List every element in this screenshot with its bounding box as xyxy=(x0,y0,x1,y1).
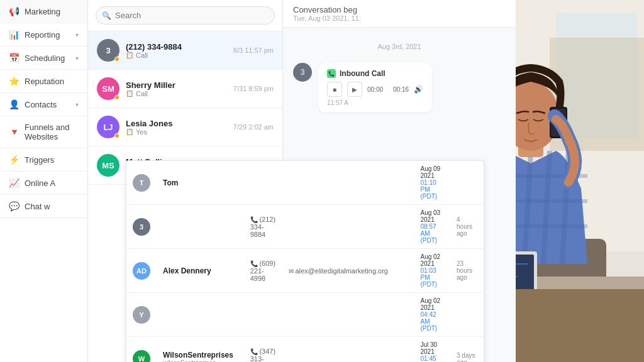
contact-avatar: AD xyxy=(133,262,150,280)
avatar: LJ xyxy=(97,116,119,138)
contact-name-cell xyxy=(157,205,244,249)
audio-current-time: 00:00 xyxy=(367,86,383,93)
contact-email-cell xyxy=(282,337,414,363)
contact-ago-cell: 23 hours ago xyxy=(450,249,484,293)
contact-email-cell xyxy=(282,161,414,205)
contact-ago: 4 hours ago xyxy=(457,216,477,237)
message-content: 📞 Inbound Call ■ ▶ 00:00 00:16 🔊 11:57 A xyxy=(318,63,432,112)
search-input[interactable] xyxy=(96,6,275,25)
sidebar-item-label: Chat w xyxy=(25,202,79,211)
conversation-messages: Aug 3rd, 2021 3 📞 Inbound Call ■ ▶ 00:00… xyxy=(283,28,516,123)
sidebar-item-contacts[interactable]: 👤 Contacts ▾ xyxy=(0,93,87,116)
contact-phone-cell: (347) 313-4080 xyxy=(244,337,282,363)
sidebar-item-label: Marketing xyxy=(25,7,79,16)
sidebar: 📢 Marketing 📊 Reporting ▾ 📅 Scheduling ▾… xyxy=(0,0,88,362)
conversation-item[interactable]: LJ Lesia Jones 📋 Yes 7/29 2:02 am xyxy=(88,108,282,146)
sidebar-item-label: Reputation xyxy=(25,77,79,86)
table-row[interactable]: W WilsonSentreprises wilsonSentreprises … xyxy=(126,337,484,363)
sidebar-item-chat[interactable]: 💬 Chat w xyxy=(0,195,87,218)
online-indicator xyxy=(114,57,119,62)
contacts-table-panel: T Tom Aug 09 2021 01:10 PM (PDT) 3 (212)… xyxy=(126,160,484,362)
contact-date: Aug 09 2021 xyxy=(420,165,444,179)
contacts-table-body: T Tom Aug 09 2021 01:10 PM (PDT) 3 (212)… xyxy=(126,161,484,362)
contact-avatar: Y xyxy=(133,306,150,324)
play-button[interactable]: ▶ xyxy=(347,82,362,97)
table-row[interactable]: 3 (212) 334-9884 Aug 03 2021 08:57 AM (P… xyxy=(126,205,484,249)
contact-avatar: 3 xyxy=(133,218,150,236)
sidebar-item-label: Reporting xyxy=(25,30,75,40)
contact-date-cell: Aug 02 2021 04:42 AM (PDT) xyxy=(414,293,450,337)
table-row[interactable]: AD Alex Dennery (609) 221-4998 alex@elit… xyxy=(126,249,484,293)
contact-date: Aug 02 2021 xyxy=(420,297,444,311)
contact-avatar-cell: W xyxy=(126,337,157,363)
conversation-info: Sherry Miller 📋 Call xyxy=(126,80,233,97)
contact-name-cell xyxy=(157,293,244,337)
contact-email: alex@elitedigitalmarketing.org xyxy=(289,267,388,275)
contact-name-cell: WilsonSentreprises wilsonSentreprises xyxy=(157,337,244,363)
audio-total-time: 00:16 xyxy=(393,86,409,93)
stop-button[interactable]: ■ xyxy=(327,82,342,97)
contact-ago: 3 days ago xyxy=(457,352,477,363)
contact-date: Aug 02 2021 xyxy=(420,253,444,267)
contact-company: wilsonSentreprises xyxy=(163,359,238,362)
contact-date-cell: Aug 02 2021 01:03 PM (PDT) xyxy=(414,249,450,293)
message-avatar: 3 xyxy=(293,63,312,82)
contact-avatar-cell: 3 xyxy=(126,205,157,249)
sidebar-item-scheduling[interactable]: 📅 Scheduling ▾ xyxy=(0,47,87,70)
message-timestamp: 11:57 A xyxy=(327,99,423,106)
contact-date-sub: 01:03 PM (PDT) xyxy=(420,267,444,288)
search-wrapper: 🔍 xyxy=(96,6,275,25)
conversation-name: Lesia Jones xyxy=(126,119,233,128)
contact-avatar: W xyxy=(133,350,150,363)
contact-ago-cell: 4 hours ago xyxy=(450,205,484,249)
sidebar-item-online[interactable]: 📈 Online A xyxy=(0,172,87,195)
sidebar-item-funnels[interactable]: 🔻 Funnels and Websites xyxy=(0,116,87,148)
conversation-time: 7/29 2:02 am xyxy=(233,123,274,131)
conversation-subtitle: 📋 Yes xyxy=(126,128,233,136)
conversation-time: 7/31 8:59 pm xyxy=(233,85,274,92)
sidebar-item-label: Scheduling xyxy=(25,53,75,63)
sidebar-item-reputation[interactable]: ⭐ Reputation xyxy=(0,70,87,93)
table-row[interactable]: Y Aug 02 2021 04:42 AM (PDT) xyxy=(126,293,484,337)
conversation-info: Lesia Jones 📋 Yes xyxy=(126,119,233,136)
avatar: 3 xyxy=(97,39,119,62)
chat-icon: 💬 xyxy=(9,201,19,211)
contact-phone: (609) 221-4998 xyxy=(250,260,275,282)
contact-phone: (347) 313-4080 xyxy=(250,348,275,363)
avatar: SM xyxy=(97,77,119,100)
conversation-time: 8/3 11:57 pm xyxy=(233,47,274,54)
sidebar-item-marketing[interactable]: 📢 Marketing xyxy=(0,0,87,23)
chevron-icon: ▾ xyxy=(75,31,79,38)
conversation-subtitle: 📋 Call xyxy=(126,52,233,59)
conversation-beginning-header: Conversation beg Tue, Aug 03 2021, 11: xyxy=(283,0,430,28)
message-type-label: 📞 Inbound Call xyxy=(327,69,423,78)
call-icon: 📋 xyxy=(126,52,133,58)
contact-date-sub: 01:10 PM (PDT) xyxy=(420,179,444,200)
contact-avatar-cell: T xyxy=(126,161,157,205)
contact-name: WilsonSentreprises xyxy=(163,351,238,359)
contact-avatar-cell: Y xyxy=(126,293,157,337)
scheduling-icon: 📅 xyxy=(9,53,19,63)
sidebar-item-reporting[interactable]: 📊 Reporting ▾ xyxy=(0,23,87,47)
sidebar-item-label: Contacts xyxy=(25,100,75,109)
day-separator: Aug 3rd, 2021 xyxy=(293,43,506,50)
call-badge-icon: 📞 xyxy=(327,69,336,78)
contact-ago-cell xyxy=(450,293,484,337)
contact-date-cell: Aug 09 2021 01:10 PM (PDT) xyxy=(414,161,450,205)
contact-name-cell: Tom xyxy=(157,161,244,205)
sidebar-item-triggers[interactable]: ⚡ Triggers xyxy=(0,148,87,172)
funnels-icon: 🔻 xyxy=(9,127,19,137)
volume-icon[interactable]: 🔊 xyxy=(414,85,423,94)
sidebar-item-label: Funnels and Websites xyxy=(25,123,79,141)
conversation-item[interactable]: 3 (212) 334-9884 📋 Call 8/3 11:57 pm xyxy=(88,31,282,70)
contact-phone-cell xyxy=(244,161,282,205)
contact-ago-cell xyxy=(450,161,484,205)
contact-name: Tom xyxy=(163,178,238,187)
reporting-icon: 📊 xyxy=(9,30,19,40)
conversation-item[interactable]: SM Sherry Miller 📋 Call 7/31 8:59 pm xyxy=(88,70,282,108)
search-bar: 🔍 xyxy=(88,0,282,31)
contact-avatar: T xyxy=(133,174,150,192)
main-area: 🔍 3 (212) 334-9884 📋 Call 8/3 11:57 pm S… xyxy=(88,0,644,362)
table-row[interactable]: T Tom Aug 09 2021 01:10 PM (PDT) xyxy=(126,161,484,205)
conversation-name: Sherry Miller xyxy=(126,80,233,90)
